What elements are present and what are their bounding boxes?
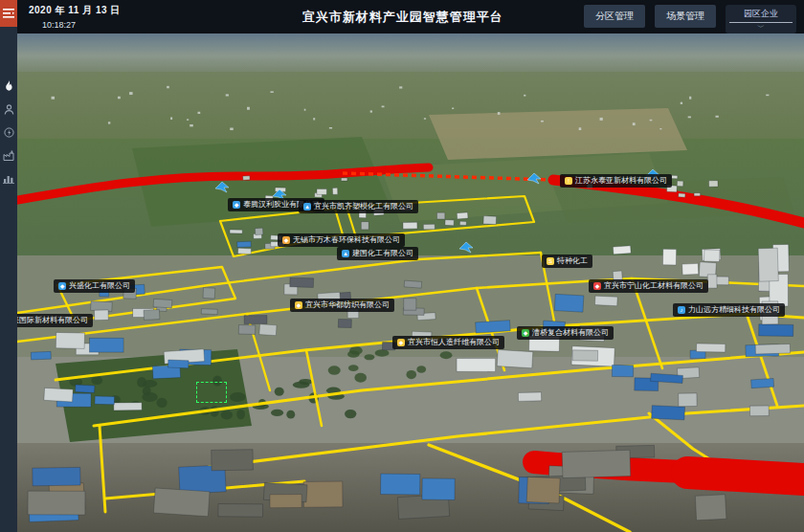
map-company-label[interactable]: ▲宜兴市凯齐塑模化工有限公司 — [299, 200, 418, 213]
company-label-text: 江苏永泰亚新材料有限公司 — [575, 177, 667, 185]
company-marker-icon: ! — [565, 177, 572, 185]
company-label-text: 力山远方精细科技有限公司 — [688, 306, 780, 314]
header-actions: 分区管理 场景管理 园区企业 ﹀ — [584, 5, 796, 33]
map-company-label[interactable]: ◆无锡市万木春环保科技有限公司 — [278, 233, 405, 247]
company-marker-icon: ▲ — [303, 203, 311, 211]
chevron-down-icon: ﹀ — [757, 23, 765, 32]
header-time: 10:18:27 — [42, 20, 121, 30]
header-date: 2020 年 11 月 13 日 — [29, 4, 121, 17]
app-root: 2020 年 11 月 13 日 10:18:27 宜兴市新材料产业园智慧管理平… — [0, 0, 804, 532]
company-marker-icon: ◆ — [397, 339, 405, 346]
scene-management-button[interactable]: 场景管理 — [655, 5, 716, 28]
zone-management-button[interactable]: 分区管理 — [584, 5, 645, 28]
map-company-label[interactable]: ♪力山远方精细科技有限公司 — [673, 303, 785, 317]
park-enterprise-dropdown[interactable]: 园区企业 ﹀ — [726, 5, 796, 33]
map-company-label[interactable]: ◆兴盛化工有限公司 — [54, 279, 135, 293]
company-marker-icon: ♪ — [678, 306, 685, 314]
map-company-label[interactable]: ◆宜兴市华都纺织有限公司 — [290, 299, 394, 312]
map-company-label[interactable]: !江苏永泰亚新材料有限公司 — [560, 174, 672, 188]
top-header-bar: 2020 年 11 月 13 日 10:18:27 宜兴市新材料产业园智慧管理平… — [17, 0, 804, 33]
sidebar — [0, 0, 17, 532]
company-marker-icon: ◆ — [233, 201, 240, 209]
company-label-text: 特种化工 — [557, 257, 588, 265]
sidebar-item-statistics[interactable] — [0, 166, 17, 189]
park-enterprise-dropdown-label: 园区企业 — [729, 8, 793, 23]
company-marker-icon: ◆ — [593, 282, 601, 290]
bar-chart-icon — [3, 173, 14, 184]
company-label-text: 宜兴市华都纺织有限公司 — [305, 301, 390, 309]
map-company-label[interactable]: ◆宜兴市宁山化工材料有限公司 — [589, 279, 708, 293]
company-marker-icon: ◆ — [295, 301, 302, 309]
power-icon — [4, 127, 14, 138]
flame-icon — [3, 80, 14, 93]
map-label-layer: ◆泰腾汉利胶业有限公司▲宜兴市凯齐塑模化工有限公司◆无锡市万木春环保科技有限公司… — [17, 33, 804, 532]
map-company-label[interactable]: ◆远兴国际新材料有限公司 — [17, 314, 93, 327]
datetime-block: 2020 年 11 月 13 日 10:18:27 — [29, 4, 121, 30]
company-label-text: 宜兴市宁山化工材料有限公司 — [604, 282, 704, 290]
company-marker-icon: S — [547, 257, 554, 265]
company-marker-icon: ◆ — [282, 236, 290, 244]
map-company-label[interactable]: ▲建国化工有限公司 — [337, 247, 418, 260]
company-label-text: 无锡市万木春环保科技有限公司 — [293, 236, 400, 244]
company-label-text: 远兴国际新材料有限公司 — [17, 317, 88, 324]
map-company-label[interactable]: ◆漕桥复合材料有限公司 — [517, 326, 614, 340]
menu-toggle-button[interactable] — [0, 0, 17, 27]
company-marker-icon: ◆ — [522, 329, 529, 337]
map-3d-view[interactable]: ◆泰腾汉利胶业有限公司▲宜兴市凯齐塑模化工有限公司◆无锡市万木春环保科技有限公司… — [17, 33, 804, 532]
hamburger-icon — [3, 9, 14, 18]
sidebar-item-fire[interactable] — [0, 75, 17, 98]
company-label-text: 漕桥复合材料有限公司 — [532, 329, 609, 337]
sidebar-item-power[interactable] — [0, 121, 17, 144]
person-icon — [4, 104, 14, 115]
sidebar-item-person[interactable] — [0, 98, 17, 121]
company-marker-icon: ▲ — [342, 250, 349, 257]
company-label-text: 宜兴市凯齐塑模化工有限公司 — [314, 203, 413, 211]
map-company-label[interactable]: S特种化工 — [542, 255, 592, 268]
sidebar-item-factory[interactable] — [0, 144, 17, 166]
company-label-text: 建国化工有限公司 — [352, 250, 413, 257]
page-title: 宜兴市新材料产业园智慧管理平台 — [302, 9, 503, 26]
company-label-text: 宜兴市恒人造纤维有限公司 — [408, 339, 500, 346]
company-marker-icon: ◆ — [58, 282, 66, 290]
factory-icon — [3, 150, 14, 161]
map-company-label[interactable]: ◆宜兴市恒人造纤维有限公司 — [392, 336, 504, 349]
company-label-text: 兴盛化工有限公司 — [69, 282, 130, 290]
